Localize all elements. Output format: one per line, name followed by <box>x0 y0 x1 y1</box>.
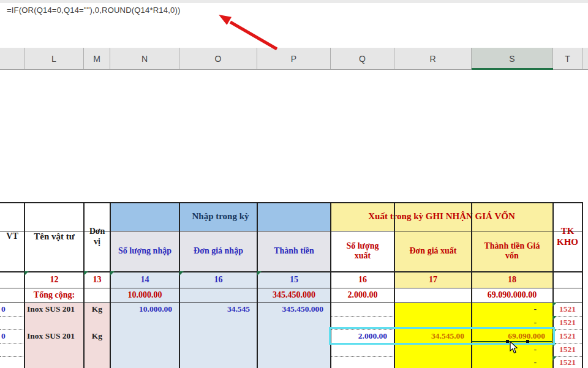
fill-handle-dot[interactable] <box>506 340 509 343</box>
formula-text[interactable]: =IF(OR(Q14=0,Q14=""),0,ROUND(Q14*R14,0)) <box>7 6 180 15</box>
table-cell[interactable]: 1521 <box>552 356 582 368</box>
error-triangle-icon <box>552 356 557 361</box>
header-unit[interactable]: Đơn vị <box>84 202 110 271</box>
grid-line <box>582 202 583 368</box>
table-cell[interactable] <box>257 343 331 356</box>
table-cell[interactable]: 34.545 <box>179 302 257 316</box>
column-header-P[interactable]: P <box>257 48 331 69</box>
table-cell[interactable]: Kg <box>84 329 110 343</box>
table-cell[interactable] <box>179 316 257 329</box>
header-export-price[interactable]: Đơn giá xuất <box>394 231 472 271</box>
table-cell[interactable] <box>0 288 24 302</box>
error-triangle-icon <box>110 271 115 276</box>
table-cell[interactable]: 16 <box>179 271 257 288</box>
table-cell[interactable] <box>84 316 110 329</box>
table-cell[interactable]: Kg <box>84 302 110 316</box>
grid-line <box>0 302 583 303</box>
table-cell[interactable]: Inox SUS 201 <box>24 329 84 343</box>
header-export-amount[interactable]: Thành tiền Giá vốn <box>472 231 552 271</box>
table-cell[interactable] <box>257 329 331 343</box>
table-cell[interactable]: 10.000.00 <box>110 302 179 316</box>
table-cell[interactable] <box>110 316 179 329</box>
table-cell[interactable] <box>84 288 110 302</box>
table-cell[interactable]: 10.000.00 <box>110 288 179 302</box>
table-cell[interactable] <box>394 343 472 356</box>
header-export-group[interactable]: Xuất trong kỳ GHI NHẬN GIÁ VỐN <box>331 202 552 231</box>
table-cell[interactable]: 18 <box>472 271 552 288</box>
table-cell[interactable]: - <box>472 356 552 368</box>
header-import-price[interactable]: Đơn giá nhập <box>179 231 257 271</box>
table-cell[interactable] <box>0 356 24 368</box>
table-cell[interactable]: Inox SUS 201 <box>24 302 84 316</box>
column-header-M[interactable]: M <box>84 48 110 69</box>
table-cell[interactable]: 1521 <box>552 316 582 329</box>
table-cell[interactable] <box>110 329 179 343</box>
grid-line <box>0 202 583 203</box>
column-header-T[interactable]: T <box>553 48 582 69</box>
formula-bar[interactable]: =IF(OR(Q14=0,Q14=""),0,ROUND(Q14*R14,0)) <box>0 3 588 48</box>
table-cell[interactable]: 345.450.000 <box>257 288 331 302</box>
table-cell[interactable] <box>84 343 110 356</box>
grid-line <box>110 202 111 368</box>
column-header-S[interactable]: S <box>472 48 553 69</box>
table-cell[interactable]: Tổng cộng: <box>24 288 84 302</box>
table-cell[interactable] <box>110 343 179 356</box>
column-header-N[interactable]: N <box>110 48 179 69</box>
grid-line <box>257 202 258 368</box>
table-cell[interactable] <box>24 356 84 368</box>
table-cell[interactable] <box>0 271 24 288</box>
table-cell[interactable]: - <box>472 302 552 316</box>
table-cell[interactable]: 14 <box>110 271 179 288</box>
table-cell[interactable] <box>84 356 110 368</box>
table-cell[interactable]: 16 <box>331 271 394 288</box>
table-cell[interactable] <box>331 343 394 356</box>
header-material-name[interactable]: Tên vật tư <box>24 202 84 271</box>
table-cell[interactable]: 12 <box>24 271 84 288</box>
error-triangle-icon <box>552 316 557 320</box>
table-cell[interactable] <box>110 356 179 368</box>
table-cell[interactable] <box>552 271 582 288</box>
table-cell[interactable] <box>552 288 582 302</box>
table-cell[interactable] <box>24 343 84 356</box>
header-import-group[interactable]: Nhập trong kỳ <box>110 202 331 231</box>
column-header-Q[interactable]: Q <box>331 48 394 69</box>
table-cell[interactable] <box>179 356 257 368</box>
column-header-stub <box>0 48 24 69</box>
table-cell[interactable]: 2.000.00 <box>331 288 394 302</box>
table-cell[interactable]: 1521 <box>552 302 582 316</box>
header-stock-account[interactable]: TK KHO <box>552 202 582 271</box>
table-cell[interactable] <box>331 302 394 316</box>
table-cell[interactable] <box>394 302 472 316</box>
table-cell[interactable] <box>394 288 472 302</box>
grid-line <box>0 288 583 288</box>
grid-line <box>179 202 180 368</box>
table-cell[interactable] <box>0 343 24 356</box>
table-cell[interactable] <box>0 316 24 329</box>
table-cell[interactable]: 15 <box>257 271 331 288</box>
selected-column-underline <box>472 68 553 70</box>
table-cell[interactable] <box>24 316 84 329</box>
table-cell[interactable]: 345.450.000 <box>257 302 331 316</box>
table-cell[interactable]: 0 <box>0 302 24 316</box>
header-export-qty[interactable]: Số lượng xuất <box>331 231 394 271</box>
table-cell[interactable]: 1521 <box>552 329 582 343</box>
table-cell[interactable]: 0 <box>0 329 24 343</box>
header-material-code[interactable]: VT <box>0 202 24 271</box>
grid-line <box>83 202 85 368</box>
table-cell[interactable] <box>257 356 331 368</box>
table-cell[interactable]: 17 <box>394 271 472 288</box>
table-cell[interactable]: 69.090.000.00 <box>472 288 552 302</box>
fill-handle-dot[interactable] <box>526 340 529 343</box>
table-cell[interactable] <box>331 356 394 368</box>
column-header-R[interactable]: R <box>394 48 472 69</box>
table-cell[interactable] <box>179 343 257 356</box>
table-cell[interactable] <box>179 329 257 343</box>
column-header-L[interactable]: L <box>24 48 84 69</box>
table-cell[interactable] <box>257 316 331 329</box>
header-import-qty[interactable]: Số lượng nhập <box>110 231 179 271</box>
table-cell[interactable] <box>179 288 257 302</box>
table-cell[interactable] <box>394 356 472 368</box>
header-import-amount[interactable]: Thành tiền <box>257 231 331 271</box>
table-cell[interactable]: 1521 <box>552 343 582 356</box>
column-header-O[interactable]: O <box>179 48 257 69</box>
